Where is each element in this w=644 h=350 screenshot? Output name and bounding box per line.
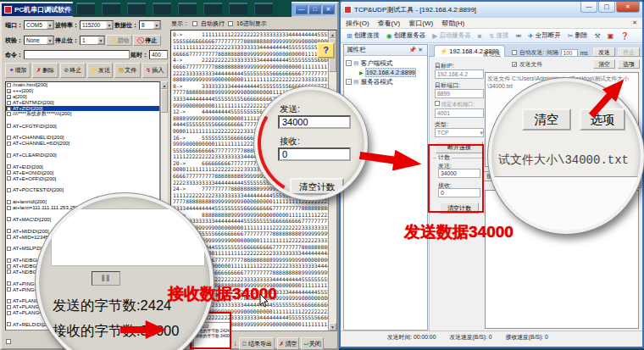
chevron-down-icon[interactable]: ▼ [97, 36, 104, 44]
item-checkbox[interactable] [7, 258, 11, 263]
command-list-item[interactable]: AT+CHANNEL\D\[200] [6, 135, 159, 141]
item-checkbox[interactable] [7, 188, 11, 192]
autowrap-checkbox[interactable] [192, 21, 197, 26]
menu-close-icon[interactable]: ✕ [632, 19, 637, 26]
item-checkbox[interactable] [7, 322, 11, 326]
collapse-icon[interactable]: - [346, 60, 352, 66]
item-checkbox[interactable] [7, 112, 11, 116]
maximize-button[interactable]: ▢ [598, 2, 615, 13]
delay-input[interactable]: 400 [149, 50, 168, 59]
item-checkbox[interactable] [7, 299, 11, 303]
toolbar-button-disconnect-all[interactable]: ✈全部断开 [525, 31, 564, 41]
item-checkbox[interactable] [7, 101, 11, 105]
close-icon[interactable]: ✕ [418, 47, 425, 53]
clear-button[interactable]: ✗清空 [277, 337, 299, 350]
command-list-item[interactable]: ////****系统参数****\\\\[200] [6, 111, 159, 117]
send-file-checkbox[interactable]: ✓ [512, 62, 517, 67]
toolbar-button-start-server[interactable]: ▶启动服务器 [430, 31, 474, 41]
toolbar-button-tools[interactable]: ⚒ [592, 31, 603, 41]
item-checkbox[interactable] [7, 305, 11, 309]
chevron-down-icon[interactable]: ▼ [47, 36, 53, 44]
command-list-item[interactable]: AT+E=OFF\D\[200] [6, 175, 159, 181]
command-list-item[interactable]: AT+POCTEST\D\[200] [6, 187, 159, 193]
hex-display-checkbox[interactable] [228, 21, 233, 26]
databits-combo[interactable]: 8▼ [139, 20, 161, 30]
auto-send-checkbox[interactable] [512, 50, 517, 55]
command-list-item[interactable] [6, 129, 159, 135]
chevron-down-icon[interactable]: ▼ [153, 21, 160, 29]
item-checkbox[interactable] [7, 170, 11, 175]
item-checkbox[interactable] [7, 153, 11, 158]
type-combo[interactable]: TCP▾ [435, 128, 484, 137]
close-button[interactable]: ⮠关闭 [301, 337, 324, 350]
maximize-button[interactable]: □ [308, 4, 321, 14]
chevron-down-icon[interactable]: ▼ [47, 21, 53, 29]
item-checkbox[interactable] [7, 164, 11, 169]
item-checkbox[interactable] [7, 176, 11, 181]
tree-node-connection[interactable]: ▶ 192.168.4.2:8899 [346, 68, 425, 77]
command-list-item[interactable]: AT+E=ON\D\[200] [6, 169, 159, 175]
item-checkbox[interactable] [7, 136, 11, 140]
action-button-add[interactable]: ✦增加 [5, 63, 31, 78]
command-list-item[interactable]: /main.html[200] [6, 82, 159, 88]
command-list-item[interactable] [6, 158, 159, 164]
item-checkbox[interactable] [7, 83, 11, 87]
close-button[interactable]: ✕ [616, 2, 640, 13]
command-list-item[interactable] [6, 181, 159, 187]
pin-icon[interactable]: 📌 [408, 47, 418, 53]
item-checkbox[interactable] [7, 107, 11, 111]
item-checkbox[interactable] [7, 206, 11, 210]
item-checkbox[interactable] [7, 287, 11, 292]
item-checkbox[interactable] [7, 235, 11, 239]
toolbar-button-connect[interactable]: ↯连接 [486, 31, 512, 41]
stop-button[interactable]: 🚫停止 [133, 35, 161, 46]
start-button[interactable]: ⚡启动 [106, 35, 132, 46]
action-button-file[interactable]: ▤文件 [114, 63, 140, 78]
collapse-icon[interactable]: - [346, 79, 352, 85]
menu-item[interactable]: 帮助(H) [441, 19, 464, 28]
menu-item[interactable]: 操作(O) [346, 19, 369, 28]
help-icon[interactable]: ? [317, 42, 335, 58]
command-list-item[interactable]: AT+CHANNEL=6\D\[200] [6, 141, 159, 147]
scrollbar-thumb[interactable] [161, 89, 168, 113]
send-button[interactable]: 发送 [593, 47, 615, 57]
command-list-item[interactable]: ✓a[200] [6, 94, 159, 100]
toolbar-button-help[interactable]: ❓ [618, 31, 631, 41]
local-port-field[interactable]: 4001 [435, 108, 484, 118]
item-checkbox[interactable] [7, 217, 11, 221]
stop-button[interactable]: 停止 [618, 47, 640, 57]
scroll-up-icon[interactable]: ▲ [329, 31, 336, 38]
item-checkbox[interactable] [7, 311, 11, 315]
tree-node-server-mode[interactable]: - ▤ 服务器模式 [346, 77, 425, 86]
item-checkbox[interactable] [7, 142, 11, 146]
action-button-insert[interactable]: ↯插入 [142, 63, 168, 78]
menu-item[interactable]: 查看(V) [378, 19, 401, 28]
item-checkbox[interactable] [7, 200, 11, 204]
bottom-checkbox[interactable] [6, 339, 11, 344]
port-combo[interactable]: COM5▼ [24, 20, 54, 30]
baud-combo[interactable]: 115200▼ [80, 20, 114, 30]
item-checkbox[interactable]: ✓ [7, 89, 11, 93]
result-export-button[interactable]: 🗋结果导出 [239, 337, 275, 350]
stopbits-combo[interactable]: 1▼ [80, 36, 105, 45]
item-checkbox[interactable] [7, 124, 11, 128]
minimize-button[interactable]: — [580, 2, 597, 13]
action-button-send[interactable]: ⚡发送 [87, 63, 113, 78]
item-checkbox[interactable]: ✓ [7, 95, 11, 99]
command-list-item[interactable]: AT+CLEAR\D\[200] [6, 153, 159, 158]
command-list-item[interactable] [6, 147, 159, 153]
toolbar-button-delete[interactable]: ✂删除 [565, 31, 591, 41]
command-list-item[interactable]: AT+E\D\[200] [6, 164, 159, 169]
action-button-abort[interactable]: ⊘终止 [60, 63, 86, 78]
interval-input[interactable]: 100 [561, 49, 578, 57]
close-button[interactable]: ✕ [322, 4, 335, 14]
item-checkbox[interactable] [7, 229, 11, 233]
chevron-down-icon[interactable]: ▾ [480, 129, 483, 136]
options-button[interactable]: 选项 [618, 59, 640, 69]
item-checkbox[interactable] [7, 247, 11, 251]
command-list-item[interactable]: AT+CFGTF\D\[200] [6, 123, 159, 129]
toolbar-button-disconnect[interactable]: ⚮ [513, 31, 524, 41]
toolbar-button-create-connection[interactable]: ⊞创建连接 [344, 31, 382, 41]
clear-button[interactable]: 清空 [593, 59, 615, 69]
command-input[interactable] [24, 50, 130, 59]
